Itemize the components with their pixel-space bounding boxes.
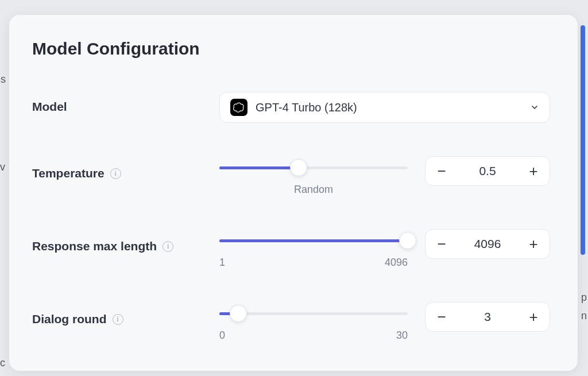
- slider-thumb[interactable]: [290, 159, 307, 176]
- temperature-value[interactable]: 0.5: [458, 164, 517, 178]
- model-row: Model GPT-4 Turbo (128k): [32, 92, 550, 123]
- dialog-round-decrement[interactable]: −: [425, 303, 458, 331]
- model-label: Model: [32, 100, 67, 114]
- temperature-decrement[interactable]: −: [425, 157, 458, 185]
- bg-text: s: [1, 73, 6, 86]
- bg-text: c: [0, 357, 5, 369]
- panel-title: Model Configuration: [32, 39, 550, 59]
- info-icon[interactable]: i: [163, 241, 173, 252]
- info-icon[interactable]: i: [110, 168, 121, 179]
- max-length-slider[interactable]: [219, 232, 408, 249]
- max-length-stepper: − 4096 +: [425, 229, 550, 259]
- max-length-scale-min: 1: [219, 257, 225, 269]
- max-length-scale-max: 4096: [385, 257, 408, 269]
- chevron-down-icon: [530, 103, 539, 112]
- dialog-round-scale-max: 30: [396, 330, 408, 342]
- dialog-round-value[interactable]: 3: [458, 310, 517, 324]
- dialog-round-row: Dialog round i 0 30 − 3 +: [32, 302, 550, 342]
- bg-accent: [581, 25, 585, 255]
- max-length-decrement[interactable]: −: [425, 230, 458, 258]
- model-selected-name: GPT-4 Turbo (128k): [256, 101, 522, 114]
- dialog-round-scale-min: 0: [219, 330, 225, 342]
- dialog-round-label: Dialog round: [32, 312, 107, 326]
- bg-text: p: [581, 292, 587, 304]
- dialog-round-slider[interactable]: [219, 305, 408, 321]
- temperature-row: Temperature i Random − 0.5 +: [32, 156, 550, 196]
- max-length-increment[interactable]: +: [517, 230, 550, 258]
- bg-text: n: [581, 310, 587, 322]
- temperature-increment[interactable]: +: [517, 157, 550, 185]
- info-icon[interactable]: i: [113, 314, 123, 325]
- max-length-label: Response max length: [32, 239, 157, 253]
- temperature-slider[interactable]: [219, 160, 408, 176]
- max-length-row: Response max length i 1 4096 − 4096 +: [32, 229, 550, 269]
- model-config-panel: Model Configuration Model GPT-4 Turbo (1…: [9, 15, 578, 371]
- model-select[interactable]: GPT-4 Turbo (128k): [219, 92, 550, 123]
- temperature-stepper: − 0.5 +: [425, 156, 550, 186]
- temperature-label: Temperature: [32, 166, 105, 180]
- dialog-round-increment[interactable]: +: [517, 303, 550, 331]
- dialog-round-stepper: − 3 +: [425, 302, 550, 332]
- temperature-scale-label: Random: [294, 184, 333, 196]
- slider-thumb[interactable]: [230, 305, 247, 322]
- max-length-value[interactable]: 4096: [458, 237, 517, 251]
- openai-icon: [230, 99, 247, 116]
- slider-thumb[interactable]: [399, 232, 416, 249]
- bg-text: v: [0, 161, 5, 173]
